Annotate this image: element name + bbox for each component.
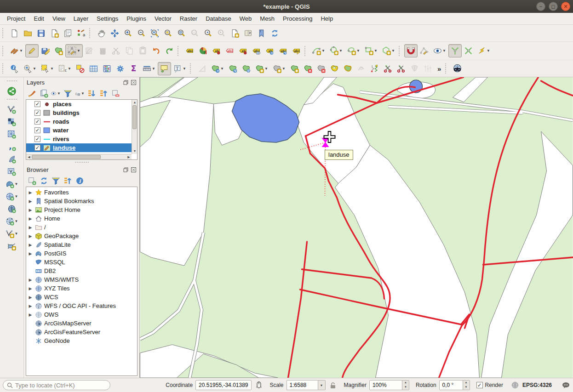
browser-item-project-home[interactable]: ▶Project Home xyxy=(26,205,137,214)
zoom-out-button[interactable] xyxy=(135,27,148,40)
browser-item-spatialite[interactable]: ▶SpatiaLite xyxy=(26,240,137,249)
menu-view[interactable]: View xyxy=(48,13,69,24)
copy-move-feature-button[interactable] xyxy=(226,62,240,75)
dropdown-arrow-icon[interactable]: ▼ xyxy=(487,49,490,53)
rotate-feature-button[interactable] xyxy=(240,62,253,75)
expand-arrow-icon[interactable]: ▶ xyxy=(28,243,33,247)
refresh-map-button[interactable] xyxy=(268,27,281,40)
run-feature-action-button[interactable]: ▼ xyxy=(21,62,39,75)
browser-item-arcgisfeatureserver[interactable]: ArcGisFeatureServer xyxy=(26,328,137,336)
merge-features-button[interactable] xyxy=(395,62,408,75)
change-label-button[interactable]: abc xyxy=(290,44,303,57)
add-ellipse-button[interactable]: ▼ xyxy=(345,44,362,57)
pan-to-selection-button[interactable] xyxy=(108,27,121,40)
scale-combo[interactable]: 1:6588 ▼ xyxy=(286,380,326,390)
labels-toolbar-handle[interactable] xyxy=(178,46,181,56)
zoom-last-button[interactable] xyxy=(201,27,215,40)
delete-ring-button[interactable] xyxy=(301,62,315,75)
simplify-feature-button[interactable]: ▼ xyxy=(253,62,270,75)
layers-vertical-scrollbar[interactable]: ▲▼ xyxy=(132,100,137,154)
select-by-expression-button[interactable]: ε▼ xyxy=(56,62,74,75)
layer-labeling-options-button[interactable]: abc xyxy=(183,44,196,57)
add-virtual-layer-button[interactable] xyxy=(7,165,16,178)
pin-labels-button[interactable]: ab xyxy=(210,44,223,57)
menu-raster[interactable]: Raster xyxy=(176,13,201,24)
toolbar-overflow-button[interactable]: » xyxy=(435,65,444,73)
expand-arrow-icon[interactable]: ▶ xyxy=(28,234,33,239)
dropdown-arrow-icon[interactable]: ▼ xyxy=(15,232,18,236)
expand-arrow-icon[interactable]: ▶ xyxy=(28,190,33,195)
menu-plugins[interactable]: Plugins xyxy=(122,13,150,24)
browser-item-ows[interactable]: ▶OWS xyxy=(26,310,137,319)
circular-string-button[interactable]: ▼ xyxy=(310,44,327,57)
snapping-toolbar-handle[interactable] xyxy=(399,46,402,56)
add-postgis-layer-button[interactable]: ▼ xyxy=(6,178,18,190)
add-polygon-feature-button[interactable] xyxy=(52,44,65,57)
dropdown-arrow-icon[interactable]: ▼ xyxy=(374,49,378,53)
browser-item-spatial-bookmarks[interactable]: ▶Spatial Bookmarks xyxy=(26,197,137,205)
menu-settings[interactable]: Settings xyxy=(92,13,122,24)
float-panel-icon[interactable] xyxy=(123,167,129,173)
lock-scale-icon[interactable] xyxy=(328,381,338,390)
field-calculator-button[interactable] xyxy=(100,62,114,75)
zoom-to-layer-button[interactable] xyxy=(175,27,188,40)
advanced-digitizing-toolbar-handle[interactable] xyxy=(190,63,194,74)
layer-diagram-options-button[interactable] xyxy=(196,44,210,57)
layer-item-places[interactable]: ✓places xyxy=(26,100,132,108)
dock-handle[interactable] xyxy=(7,99,17,102)
pan-map-button[interactable] xyxy=(95,27,108,40)
delete-part-button[interactable] xyxy=(315,62,328,75)
close-button[interactable]: ✕ xyxy=(561,2,570,11)
browser-item-arcgismapserver[interactable]: ArcGisMapServer xyxy=(26,319,137,328)
menu-help[interactable]: Help xyxy=(316,13,337,24)
browser-item-mssql[interactable]: MSSQL xyxy=(26,258,137,267)
expand-arrow-icon[interactable]: ▶ xyxy=(28,199,33,204)
layer-visibility-checkbox[interactable]: ✓ xyxy=(34,127,40,133)
menu-processing[interactable]: Processing xyxy=(279,13,316,24)
dropdown-arrow-icon[interactable]: ▼ xyxy=(321,49,325,53)
minimize-button[interactable]: − xyxy=(536,2,545,11)
maximize-button[interactable]: ◻ xyxy=(549,2,558,11)
menu-mesh[interactable]: Mesh xyxy=(256,13,279,24)
highlight-pinned-labels-button[interactable]: abc xyxy=(223,44,236,57)
panel-splitter[interactable] xyxy=(24,160,139,165)
add-circle-button[interactable]: ▼ xyxy=(327,44,345,57)
browser-item-db2[interactable]: DB2DB2 xyxy=(26,267,137,275)
smooth-feature-button[interactable]: ▼ xyxy=(270,62,288,75)
filter-browser-button[interactable] xyxy=(51,176,61,186)
new-print-layout-button[interactable] xyxy=(48,27,61,40)
map-navigation-toolbar-handle[interactable] xyxy=(89,28,93,38)
browser-item-geopackage[interactable]: ▶GeoPackage xyxy=(26,232,137,240)
layers-horizontal-scrollbar[interactable]: ◀▶ xyxy=(26,154,132,159)
show-layout-manager-button[interactable] xyxy=(61,27,74,40)
move-feature-button[interactable]: ▼ xyxy=(209,62,226,75)
layer-visibility-checkbox[interactable]: ✓ xyxy=(34,119,40,125)
add-delimited-text-layer-button[interactable]: , xyxy=(7,141,16,153)
browser-item-wcs[interactable]: ▶WCS xyxy=(26,293,137,301)
add-spatialite-layer-button[interactable] xyxy=(7,153,16,165)
new-gpx-layer-button[interactable] xyxy=(7,240,16,252)
dropdown-arrow-icon[interactable]: ▼ xyxy=(33,67,36,71)
zoom-to-selection-button[interactable] xyxy=(161,27,175,40)
browser-item-home[interactable]: ▶Home xyxy=(26,214,137,223)
save-project-button[interactable] xyxy=(34,27,48,40)
show-hide-labels-button[interactable]: abc xyxy=(250,44,263,57)
refresh-browser-button[interactable] xyxy=(39,176,49,186)
remove-layer-button[interactable] xyxy=(110,88,120,98)
menu-project[interactable]: Project xyxy=(3,13,29,24)
open-project-button[interactable] xyxy=(21,27,34,40)
style-manager-button[interactable]: a xyxy=(74,27,88,40)
map-canvas[interactable]: landuse xyxy=(140,77,573,378)
expand-arrow-icon[interactable]: ▶ xyxy=(28,286,33,291)
pin-unpin-labels-button[interactable]: ab xyxy=(236,44,250,57)
locator-input[interactable]: Type to locate (Ctrl+K) xyxy=(3,380,110,390)
zoom-in-button[interactable] xyxy=(121,27,135,40)
magnifier-spinbox[interactable]: 100% ▲▼ xyxy=(369,380,409,390)
zoom-full-button[interactable] xyxy=(148,27,161,40)
new-3d-map-view-button[interactable] xyxy=(241,27,255,40)
rotate-label-button[interactable]: abc xyxy=(276,44,290,57)
render-check-icon[interactable]: ✓ xyxy=(476,382,483,388)
expand-arrow-icon[interactable]: ▶ xyxy=(28,225,33,230)
dropdown-arrow-icon[interactable]: ▼ xyxy=(282,67,286,71)
enable-properties-button[interactable]: i xyxy=(74,176,85,186)
